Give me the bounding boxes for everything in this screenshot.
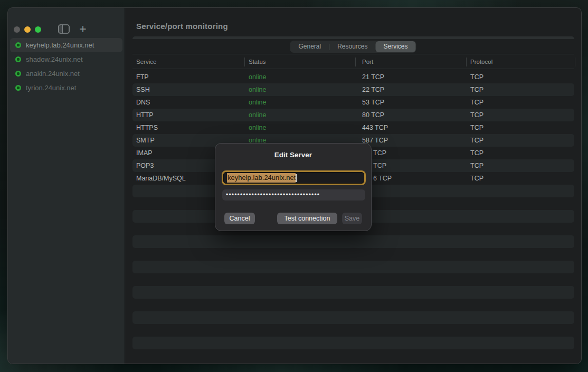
cell-port: 443 TCP <box>362 121 388 134</box>
cell-status: online <box>249 71 266 83</box>
cell-service: HTTPS <box>136 121 158 134</box>
empty-row <box>132 311 574 324</box>
column-header-port: Port <box>362 59 373 65</box>
cell-port: 21 TCP <box>362 71 384 83</box>
sidebar-item-label: tyrion.24unix.net <box>26 84 76 92</box>
cell-protocol: TCP <box>470 121 483 134</box>
table-row[interactable]: SSHonline22 TCPTCP <box>132 83 574 96</box>
tab-resources[interactable]: Resources <box>329 41 375 52</box>
cell-service: SMTP <box>136 134 155 147</box>
server-status-icon <box>15 85 21 91</box>
sidebar-item-server[interactable]: keyhelp.lab.24unix.net <box>10 38 122 52</box>
tab-general[interactable]: General <box>290 41 329 52</box>
selected-text: keyhelp.lab.24unix.net <box>227 173 296 183</box>
sidebar-item-server[interactable]: shadow.24unix.net <box>10 52 122 66</box>
cell-status: online <box>249 83 266 96</box>
close-button[interactable] <box>14 26 20 33</box>
sidebar-toggle-icon[interactable] <box>58 24 71 35</box>
server-list: keyhelp.lab.24unix.netshadow.24unix.neta… <box>10 38 122 95</box>
empty-row <box>132 235 574 248</box>
server-name-input[interactable]: keyhelp.lab.24unix.net <box>222 170 366 185</box>
password-input[interactable]: ••••••••••••••••••••••••••••••••• <box>222 189 365 201</box>
text-caret <box>296 174 297 182</box>
empty-row <box>132 248 574 261</box>
column-header-status: Status <box>249 59 266 65</box>
column-separator <box>466 58 467 66</box>
cell-protocol: TCP <box>470 83 483 96</box>
cell-service: DNS <box>136 96 150 109</box>
empty-row <box>132 261 574 273</box>
cell-protocol: TCP <box>470 71 483 83</box>
cell-service: SSH <box>136 83 150 96</box>
table-header: ServiceStatusPortProtocol <box>132 54 574 69</box>
cell-protocol: TCP <box>470 159 483 172</box>
table-row[interactable]: FTPonline21 TCPTCP <box>132 71 574 83</box>
test-connection-button[interactable]: Test connection <box>277 213 337 224</box>
empty-row <box>132 299 574 311</box>
cell-service: POP3 <box>136 159 154 172</box>
main-content: Service/port monitoring GeneralResources… <box>125 8 581 364</box>
tab-bar: GeneralResourcesServices <box>290 41 416 53</box>
zoom-button[interactable] <box>35 26 41 33</box>
cancel-button[interactable]: Cancel <box>224 213 255 224</box>
minimize-button[interactable] <box>24 26 31 33</box>
edit-server-dialog: Edit Server keyhelp.lab.24unix.net •••••… <box>215 143 372 231</box>
cell-protocol: TCP <box>470 147 483 159</box>
server-status-icon <box>15 42 21 48</box>
cell-protocol: TCP <box>470 134 483 147</box>
sidebar-item-server[interactable]: anakin.24unix.net <box>10 66 122 81</box>
table-row[interactable]: HTTPonline80 TCPTCP <box>132 109 574 121</box>
save-button[interactable]: Save <box>342 213 362 224</box>
column-separator <box>244 58 245 66</box>
sidebar-item-label: keyhelp.lab.24unix.net <box>26 41 94 49</box>
traffic-lights <box>14 26 41 33</box>
cell-service: MariaDB/MySQL <box>136 172 186 185</box>
cell-port: 80 TCP <box>362 109 384 121</box>
empty-row <box>132 286 574 299</box>
dialog-title: Edit Server <box>215 151 371 159</box>
column-separator <box>575 58 575 66</box>
cell-service: IMAP <box>136 147 153 159</box>
empty-row <box>132 324 574 337</box>
cell-service: HTTP <box>136 109 154 121</box>
table-row[interactable]: HTTPSonline443 TCPTCP <box>132 121 574 134</box>
cell-port: 22 TCP <box>362 83 384 96</box>
app-window: + keyhelp.lab.24unix.netshadow.24unix.ne… <box>7 7 582 364</box>
sidebar-item-label: anakin.24unix.net <box>26 70 80 78</box>
sidebar-item-server[interactable]: tyrion.24unix.net <box>10 81 122 95</box>
cell-status: online <box>249 109 266 121</box>
empty-row <box>132 273 574 286</box>
cell-protocol: TCP <box>470 96 483 109</box>
empty-row <box>132 337 574 349</box>
cell-service: FTP <box>136 71 149 83</box>
cell-status: online <box>249 96 266 109</box>
server-status-icon <box>15 56 21 62</box>
scroll-content-edge <box>132 36 574 39</box>
page-title: Service/port monitoring <box>136 22 228 31</box>
column-header-service: Service <box>136 59 156 65</box>
add-server-icon[interactable]: + <box>77 22 89 36</box>
column-header-protocol: Protocol <box>470 59 492 65</box>
cell-protocol: TCP <box>470 172 483 185</box>
cell-port: 53 TCP <box>362 96 384 109</box>
table-row[interactable]: DNSonline53 TCPTCP <box>132 96 574 109</box>
sidebar: + keyhelp.lab.24unix.netshadow.24unix.ne… <box>8 8 125 364</box>
tab-services[interactable]: Services <box>376 41 416 52</box>
cell-status: online <box>249 121 266 134</box>
cell-protocol: TCP <box>470 109 483 121</box>
column-separator <box>355 58 356 66</box>
server-status-icon <box>15 71 21 77</box>
sidebar-item-label: shadow.24unix.net <box>26 55 83 63</box>
